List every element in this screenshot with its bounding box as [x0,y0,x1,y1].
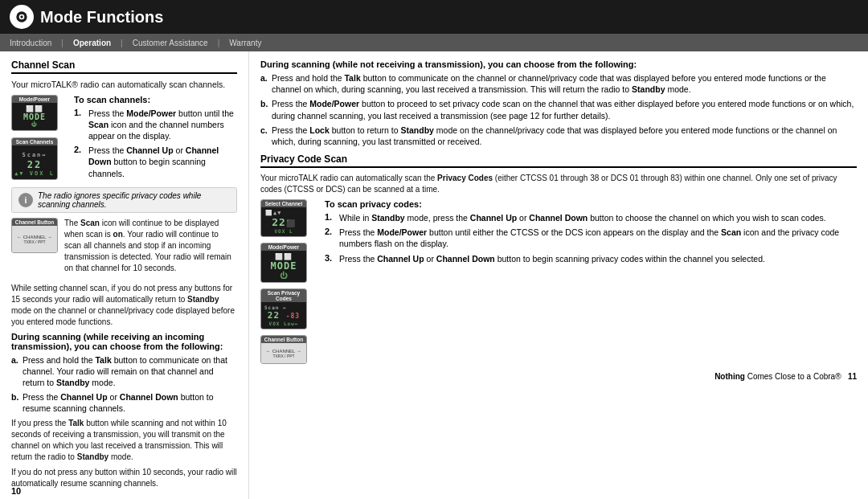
nav-customer-assistance[interactable]: Customer Assistance [133,39,208,47]
para1: While setting channel scan, if you do no… [11,283,237,328]
nav-introduction[interactable]: Introduction [10,39,51,47]
page-num-right: 11 [848,372,857,381]
not-receiving-step-a: a. Press and hold the Talk button to com… [260,72,857,95]
privacy-intro: Your microTALK radio can automatically s… [260,173,857,195]
privacy-two-col: Select Channel ⬜▲▼ 22⬛ VOX L Mode/Power … [260,199,857,364]
scan-channels-device: Scan Channels Scan↔22 ▲▼ VOX L [11,137,58,180]
not-receiving-step-c: c. Press the Lock button to return to St… [260,125,857,147]
scan-steps-area: Mode/Power ⬜⬜ MODE ⏻ Scan Channels Scan↔… [11,95,237,182]
nav-bar: Introduction | Operation | Customer Assi… [0,34,868,51]
nav-warranty[interactable]: Warranty [229,39,261,47]
privacy-device-images: Select Channel ⬜▲▼ 22⬛ VOX L Mode/Power … [260,199,317,364]
scan-privacy-device: Scan Privacy Codes Scan ↔ 22 -83 VOX Low… [260,288,307,329]
para2: If you press the Talk button while scann… [11,418,237,463]
page-title: Mode Functions [40,8,163,27]
step-1: 1. Press the Mode/Power button until the… [74,108,237,142]
privacy-step-1: 1. While in Standby mode, press the Chan… [325,212,857,223]
select-channel-device: Select Channel ⬜▲▼ 22⬛ VOX L [260,199,307,237]
privacy-steps-col: To scan privacy codes: 1. While in Stand… [325,199,857,364]
scan-privacy-label: Scan Privacy Codes [261,289,306,302]
privacy-code-scan-heading: Privacy Code Scan [260,153,857,168]
channel-button-device2: Channel Button ← CHANNEL →TXRX / PPT [260,335,307,364]
note-box: i The radio ignores specific privacy cod… [11,187,237,213]
footer-tagline-bold: Nothing [714,372,745,381]
incoming-steps-list: a. Press and hold the Talk button to com… [11,354,237,415]
mode-power-device: Mode/Power ⬜⬜ MODE ⏻ [11,95,58,131]
during-incoming-heading: During scanning (while receiving an inco… [11,332,237,351]
channel-button-label2: Channel Button [261,336,306,343]
scan-channels-label: Scan Channels [12,138,57,145]
channel-scan-heading: Channel Scan [11,59,237,74]
channel-button-area: Channel Button ← CHANNEL → TXRX / PPT Th… [11,218,237,278]
to-scan-heading: To scan channels: [74,95,237,104]
para3: If you do not press any button within 10… [11,467,237,489]
incoming-step-b: b. Press the Channel Up or Channel Down … [11,391,237,414]
device-images-col: Mode/Power ⬜⬜ MODE ⏻ Scan Channels Scan↔… [11,95,68,182]
during-not-receiving-heading: During scanning (while not receiving a t… [260,59,857,69]
svg-point-2 [20,15,23,18]
header-icon [10,5,34,29]
speaker-icon [14,9,30,25]
channel-button-device: Channel Button ← CHANNEL → TXRX / PPT [11,218,58,253]
right-column: During scanning (while not receiving a t… [249,51,868,499]
channel-scan-intro: Your microTALK® radio can automatically … [11,79,237,91]
nav-operation[interactable]: Operation [73,39,111,47]
footer-right: Nothing Comes Close to a Cobra® 11 [260,364,857,381]
mode-power-device2: Mode/Power ⬜⬜ MODE ⏻ [260,243,307,283]
main-content: Channel Scan Your microTALK® radio can a… [0,51,868,499]
not-receiving-step-b: b. Press the Mode/Power button to procee… [260,98,857,121]
scan-steps-list: To scan channels: 1. Press the Mode/Powe… [74,95,237,182]
privacy-step-3: 3. Press the Channel Up or Channel Down … [325,253,857,264]
scan-icon-body: The Scan icon will continue to be displa… [64,218,237,274]
to-scan-privacy-heading: To scan privacy codes: [325,199,857,209]
channel-button-label: Channel Button [12,219,57,226]
step-2: 2. Press the Channel Up or Channel Down … [74,145,237,179]
incoming-step-a: a. Press and hold the Talk button to com… [11,354,237,389]
note-icon: i [18,193,33,207]
note-text: The radio ignores specific privacy codes… [38,191,230,209]
left-column: Channel Scan Your microTALK® radio can a… [0,51,249,499]
mode-power-label: Mode/Power [12,96,57,103]
not-receiving-steps-list: a. Press and hold the Talk button to com… [260,72,857,147]
page-num-left: 10 [11,486,21,496]
page-header: Mode Functions [0,0,868,34]
select-channel-label: Select Channel [261,200,306,207]
mode-power-label2: Mode/Power [261,243,306,251]
footer-tagline-rest: Comes Close to a Cobra® [745,372,841,381]
privacy-step-2: 2. Press the Mode/Power button until eit… [325,227,857,249]
